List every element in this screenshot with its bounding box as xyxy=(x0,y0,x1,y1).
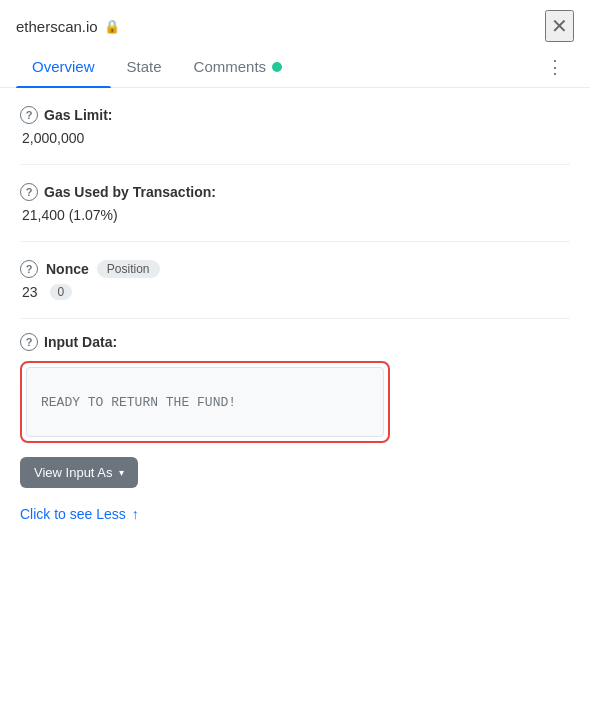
nonce-values-row: 23 0 xyxy=(20,284,570,300)
more-options-button[interactable]: ⋮ xyxy=(538,48,574,86)
input-data-box: READY TO RETURN THE FUND! xyxy=(26,367,384,437)
close-button[interactable]: ✕ xyxy=(545,10,574,42)
position-badge: Position xyxy=(97,260,160,278)
click-to-see-less-link[interactable]: Click to see Less ↑ xyxy=(20,506,570,538)
tab-overview[interactable]: Overview xyxy=(16,46,111,87)
up-arrow-icon: ↑ xyxy=(132,506,139,522)
gas-limit-value: 2,000,000 xyxy=(20,130,570,146)
view-input-as-button[interactable]: View Input As ▾ xyxy=(20,457,138,488)
gas-used-label-row: ? Gas Used by Transaction: xyxy=(20,183,570,201)
input-data-help-icon[interactable]: ? xyxy=(20,333,38,351)
input-data-highlight-box: READY TO RETURN THE FUND! xyxy=(20,361,390,443)
tab-comments[interactable]: Comments xyxy=(178,46,299,87)
input-data-text: READY TO RETURN THE FUND! xyxy=(41,395,236,410)
position-value: 0 xyxy=(50,284,73,300)
nonce-number: 23 xyxy=(22,284,38,300)
gas-used-value: 21,400 (1.07%) xyxy=(20,207,570,223)
main-content: ? Gas Limit: 2,000,000 ? Gas Used by Tra… xyxy=(0,88,590,548)
gas-limit-label-row: ? Gas Limit: xyxy=(20,106,570,124)
input-data-section: ? Input Data: READY TO RETURN THE FUND! … xyxy=(20,319,570,548)
site-name: etherscan.io xyxy=(16,18,98,35)
gas-limit-field: ? Gas Limit: 2,000,000 xyxy=(20,88,570,165)
gas-used-help-icon[interactable]: ? xyxy=(20,183,38,201)
gas-limit-help-icon[interactable]: ? xyxy=(20,106,38,124)
nonce-help-icon[interactable]: ? xyxy=(20,260,38,278)
comments-dot-icon xyxy=(272,62,282,72)
lock-icon: 🔒 xyxy=(104,19,120,34)
tab-bar: Overview State Comments ⋮ xyxy=(0,46,590,88)
input-data-label-row: ? Input Data: xyxy=(20,333,570,351)
gas-used-field: ? Gas Used by Transaction: 21,400 (1.07%… xyxy=(20,165,570,242)
chevron-down-icon: ▾ xyxy=(119,467,124,478)
site-title: etherscan.io 🔒 xyxy=(16,18,120,35)
nonce-label-row: ? Nonce Position xyxy=(20,260,570,278)
tab-state[interactable]: State xyxy=(111,46,178,87)
top-bar: etherscan.io 🔒 ✕ xyxy=(0,0,590,42)
nonce-field: ? Nonce Position 23 0 xyxy=(20,242,570,319)
